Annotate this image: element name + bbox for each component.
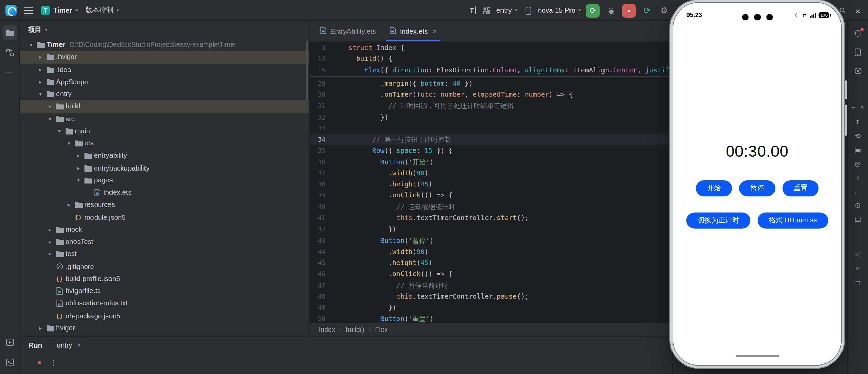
search-icon[interactable]: ⚲	[837, 5, 848, 16]
breadcrumb-item-flex[interactable]: Flex	[375, 325, 388, 333]
run-tab-entry[interactable]: entry ×	[57, 341, 81, 349]
line-number[interactable]: 29	[310, 78, 330, 89]
tab-entryability-ets[interactable]: EntryAbility.ets	[313, 21, 382, 41]
restart-button[interactable]: ⟳	[641, 4, 653, 17]
previewer-button-格式-hh-mm-ss[interactable]: 格式 HH:mm:ss	[758, 212, 828, 228]
volume-button[interactable]	[845, 80, 847, 99]
chevron-right-icon[interactable]: ▸	[36, 325, 45, 331]
previewer-button-切换为正计时[interactable]: 切换为正计时	[686, 212, 750, 228]
run-console-icon[interactable]	[2, 335, 17, 350]
tree-item-entry[interactable]: ▾entry	[20, 88, 309, 100]
line-number[interactable]: 32	[310, 111, 330, 123]
tree-item-timer[interactable]: ▾TimerD:\D\Coding\DevEcoStudioProjects\e…	[20, 39, 309, 51]
volume-down-icon[interactable]: ♩	[851, 186, 865, 196]
tree-item-appscope[interactable]: ▸AppScope	[20, 76, 309, 88]
debug-button[interactable]	[605, 4, 617, 17]
main-menu-icon[interactable]	[24, 7, 33, 14]
home-icon[interactable]: ○	[851, 264, 865, 273]
rotate-icon[interactable]: ⟲	[851, 131, 865, 141]
breadcrumb-item-index[interactable]: Index	[319, 325, 335, 333]
previewer-button-暂停[interactable]: 暂停	[739, 180, 775, 196]
tree-item-hvigor[interactable]: ▸.hvigor	[20, 51, 309, 63]
tree-item-main[interactable]: ▾main	[20, 125, 309, 137]
line-number[interactable]: 48	[310, 291, 330, 302]
notifications-icon[interactable]	[851, 26, 865, 40]
more-options-icon[interactable]: ⋮	[50, 358, 57, 367]
home-indicator[interactable]	[735, 354, 779, 357]
line-number[interactable]: 3	[310, 42, 330, 53]
close-icon[interactable]: ×	[433, 28, 437, 35]
code-editor[interactable]: 3struct Index {14build() {15Flex({ direc…	[310, 42, 672, 323]
project-scrollbar[interactable]	[306, 41, 308, 100]
chevron-right-icon[interactable]: ▸	[46, 251, 54, 257]
tree-item-index-ets[interactable]: Index.ets	[20, 186, 309, 199]
tree-item-src[interactable]: ▾src	[20, 112, 309, 125]
chevron-right-icon[interactable]: ▸	[36, 79, 45, 85]
tree-item-test[interactable]: ▸test	[20, 248, 309, 260]
scroll-top-icon[interactable]: ↥	[851, 117, 865, 127]
tree-item-module-json5[interactable]: {}module.json5	[20, 211, 309, 223]
stop-process-icon[interactable]: ■	[38, 359, 41, 366]
more-tools-icon[interactable]: ⋯	[2, 65, 17, 79]
volume-up-icon[interactable]: ♪	[851, 173, 865, 182]
tree-item-ets[interactable]: ▾ets	[20, 137, 309, 149]
previewer-button-重置[interactable]: 重置	[782, 180, 818, 196]
line-number[interactable]: 33	[310, 123, 330, 134]
chevron-right-icon[interactable]: ▸	[64, 202, 73, 208]
tree-item-build-profile-json5[interactable]: {}build-profile.json5	[20, 273, 309, 285]
device-manager-icon[interactable]	[851, 46, 865, 59]
window-close-icon[interactable]: ×	[855, 6, 860, 15]
settings-button[interactable]: ⚙	[658, 4, 670, 17]
tree-item-entryability[interactable]: ▸entryability	[20, 149, 309, 162]
line-number[interactable]: 49	[310, 302, 330, 313]
structure-tool-icon[interactable]	[2, 46, 17, 60]
tree-item-build[interactable]: ▸build	[20, 100, 309, 112]
line-number[interactable]: 34	[310, 134, 330, 145]
location-icon[interactable]: ◎	[851, 159, 865, 168]
line-number[interactable]: 45	[310, 257, 330, 268]
chevron-right-icon[interactable]: ▸	[46, 239, 54, 245]
copy-icon[interactable]: ▤	[851, 214, 865, 224]
close-icon[interactable]: ×	[77, 341, 81, 349]
tree-item-entrybackupability[interactable]: ▸entrybackupability	[20, 162, 309, 174]
chevron-down-icon[interactable]: ▾	[55, 128, 64, 134]
chevron-right-icon[interactable]: ▸	[74, 165, 83, 171]
project-panel-header[interactable]: 项目 ▾	[20, 21, 309, 39]
tree-item-hvigorfile-ts[interactable]: hvigorfile.ts	[20, 285, 309, 297]
vcs-widget[interactable]: 版本控制 ▾	[85, 5, 119, 15]
line-number[interactable]: 35	[310, 145, 330, 156]
breadcrumb-item-build[interactable]: build()	[346, 325, 364, 333]
tree-item-mock[interactable]: ▸mock	[20, 224, 309, 236]
tree-item-ohostest[interactable]: ▸ohosTest	[20, 236, 309, 248]
stop-button[interactable]: ■	[622, 4, 636, 18]
tree-item-hvigor[interactable]: ▸hvigor	[20, 322, 309, 334]
tree-item-oh-package-json5[interactable]: {}oh-package.json5	[20, 309, 309, 322]
tree-item-gitignore[interactable]: .gitignore	[20, 260, 309, 272]
chevron-down-icon[interactable]: ▾	[64, 141, 73, 146]
tab-index-ets[interactable]: Index.ets×	[382, 21, 443, 41]
chevron-right-icon[interactable]: ▸	[36, 67, 45, 72]
tree-item-pages[interactable]: ▾pages	[20, 174, 309, 186]
line-number[interactable]: 30	[310, 89, 330, 100]
line-number[interactable]: 46	[310, 268, 330, 280]
power-button[interactable]	[845, 105, 847, 136]
chevron-right-icon[interactable]: ▸	[36, 54, 45, 60]
run-config-widget[interactable]: entry ▾	[481, 4, 517, 17]
device-selector[interactable]: nova 15 Pro ▾	[522, 4, 581, 17]
emulator-close-icon[interactable]: ×	[860, 104, 864, 111]
screenshot-icon[interactable]: ▣	[851, 145, 865, 155]
chevron-down-icon[interactable]: ▾	[36, 91, 45, 97]
tree-item-obfuscation-rules-txt[interactable]: obfuscation-rules.txt	[20, 297, 309, 309]
project-widget[interactable]: T Timer ▾	[41, 6, 78, 15]
line-number[interactable]: 38	[310, 179, 330, 190]
line-number[interactable]: 47	[310, 280, 330, 291]
previewer-icon[interactable]	[851, 64, 865, 77]
line-number[interactable]: 40	[310, 201, 330, 212]
line-number[interactable]: 31	[310, 100, 330, 111]
line-number[interactable]: 37	[310, 167, 330, 179]
chevron-right-icon[interactable]: ▸	[46, 227, 54, 232]
project-tool-icon[interactable]	[2, 25, 17, 40]
emulator-minimize-icon[interactable]: −	[852, 104, 855, 111]
chevron-right-icon[interactable]: ▸	[46, 104, 54, 109]
line-number[interactable]: 41	[310, 212, 330, 224]
